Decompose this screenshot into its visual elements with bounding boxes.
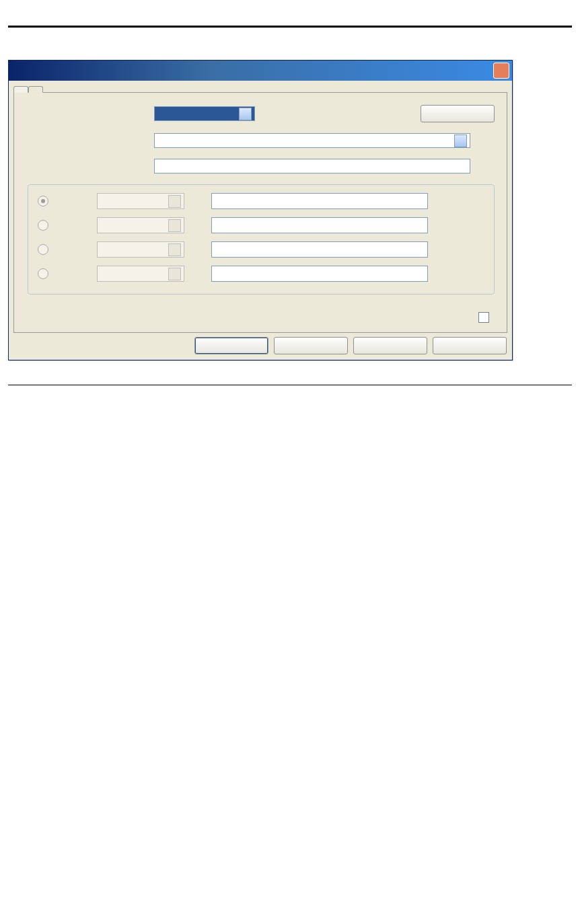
ok-button[interactable] xyxy=(194,337,268,354)
wep-key3-format-select[interactable] xyxy=(97,241,184,258)
definitions-table-top xyxy=(8,5,572,23)
tab-authentication-security[interactable] xyxy=(28,86,43,93)
wep-key2-format-select[interactable] xyxy=(97,217,184,233)
chevron-down-icon xyxy=(168,219,181,232)
tab-page xyxy=(13,92,507,333)
8021x-setting-button[interactable] xyxy=(421,105,495,122)
psk-input[interactable] xyxy=(154,159,470,174)
wep-key2-input[interactable] xyxy=(211,217,428,233)
wep-key2-radio[interactable] xyxy=(38,220,48,231)
wep-row xyxy=(38,193,484,209)
wep-row xyxy=(38,217,484,233)
chevron-down-icon xyxy=(168,195,181,208)
show-password-checkbox[interactable] xyxy=(478,312,489,323)
wep-key3-radio[interactable] xyxy=(38,244,48,255)
wep-key4-input[interactable] xyxy=(211,266,428,282)
wep-key-group xyxy=(28,184,495,295)
wep-key4-radio[interactable] xyxy=(38,268,48,279)
tabstrip xyxy=(9,81,512,92)
wep-key1-format-select[interactable] xyxy=(97,193,184,209)
close-icon[interactable] xyxy=(493,63,509,79)
dialog-button-bar xyxy=(9,333,512,360)
wep-key4-format-select[interactable] xyxy=(97,266,184,282)
wep-key1-input[interactable] xyxy=(211,193,428,209)
wep-key3-input[interactable] xyxy=(211,241,428,258)
wep-key1-radio[interactable] xyxy=(38,196,48,206)
wep-row xyxy=(38,266,484,282)
add-profile-dialog xyxy=(8,60,513,360)
apply-button[interactable] xyxy=(353,337,427,354)
chevron-down-icon xyxy=(454,134,467,147)
auth-type-select[interactable] xyxy=(154,106,255,121)
chevron-down-icon xyxy=(239,108,252,120)
chevron-down-icon xyxy=(168,243,181,256)
dialog-titlebar[interactable] xyxy=(9,61,512,81)
wep-row xyxy=(38,241,484,258)
section-divider xyxy=(8,26,572,28)
section-divider xyxy=(8,385,572,385)
cancel-button[interactable] xyxy=(274,337,348,354)
chevron-down-icon xyxy=(168,268,181,280)
tab-configuration[interactable] xyxy=(13,86,28,93)
encryption-select[interactable] xyxy=(154,133,470,148)
help-button[interactable] xyxy=(433,337,507,354)
